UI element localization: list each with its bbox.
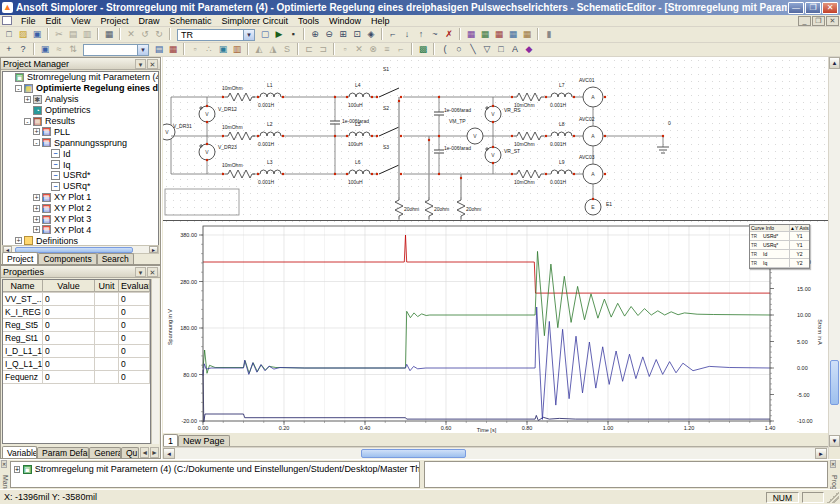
- deselect-button[interactable]: ▫: [338, 43, 352, 56]
- scroll-left-icon[interactable]: ◄: [163, 448, 175, 459]
- tab-scroll-right-icon[interactable]: ►: [150, 447, 159, 458]
- tree-item-xy-plot-1[interactable]: +▦XY Plot 1: [3, 192, 158, 203]
- table-row[interactable]: I_Q_L1_100: [3, 358, 150, 371]
- select-button[interactable]: +: [2, 43, 16, 56]
- tree-item-optimierte-regelung-eines-dreipha[interactable]: -▦Optimierte Regelung eines dreipha: [3, 83, 158, 94]
- child-minimize-button[interactable]: _: [798, 16, 811, 26]
- legend-row-usrq[interactable]: TRUSRq*Y1: [750, 241, 809, 250]
- properties-vertical-scrollbar[interactable]: [151, 279, 159, 444]
- delete-all-button[interactable]: ⊗: [366, 43, 380, 56]
- table-row[interactable]: K_I_REG00: [3, 306, 150, 319]
- tab-components[interactable]: Components: [38, 253, 96, 264]
- copy-button[interactable]: ▤: [66, 28, 80, 41]
- panel-menu-icon[interactable]: ▾: [135, 267, 146, 277]
- distribute-button[interactable]: ⌐: [394, 43, 408, 56]
- tree-item-analysis[interactable]: +✱Analysis: [3, 94, 158, 105]
- undo-button[interactable]: ↺: [138, 28, 152, 41]
- tree-item-results[interactable]: -▦Results: [3, 116, 158, 127]
- page-tab-1[interactable]: 1: [163, 434, 178, 446]
- properties-view-button[interactable]: ▮: [542, 28, 556, 41]
- macro-button[interactable]: ▩: [416, 43, 430, 56]
- report-window-button[interactable]: ▦: [464, 28, 478, 41]
- delete-selection-button[interactable]: ✕: [352, 43, 366, 56]
- legend-row-usrd[interactable]: TRUSRd*Y1: [750, 232, 809, 241]
- new-button[interactable]: □: [2, 28, 16, 41]
- table-row[interactable]: I_D_L1_100: [3, 345, 150, 358]
- push-down-button[interactable]: ↓: [400, 28, 414, 41]
- child-restore-button[interactable]: ❐: [812, 16, 825, 26]
- tree-item-definitions[interactable]: +Definitions: [3, 235, 158, 245]
- tree-item-pll[interactable]: +▦PLL: [3, 126, 158, 137]
- save-button[interactable]: ▣: [30, 28, 44, 41]
- menu-help[interactable]: Help: [366, 16, 395, 26]
- menu-window[interactable]: Window: [324, 16, 366, 26]
- mirror-horizontal-button[interactable]: ◮: [266, 43, 280, 56]
- tree-item-optimetrics[interactable]: ◔Optimetrics: [3, 105, 158, 116]
- chevron-down-icon[interactable]: ▼: [243, 30, 254, 40]
- scrollbar-thumb[interactable]: [361, 449, 466, 458]
- panel-menu-icon[interactable]: ▾: [135, 59, 146, 69]
- schematic-window-button[interactable]: ▦: [478, 28, 492, 41]
- scroll-right-icon[interactable]: ►: [815, 448, 827, 459]
- wire-mode-button[interactable]: ≈: [52, 43, 66, 56]
- bring-front-button[interactable]: ⊏: [302, 43, 316, 56]
- tree-item-xy-plot-3[interactable]: +▦XY Plot 3: [3, 214, 158, 225]
- rotate-button[interactable]: S: [280, 43, 294, 56]
- menu-simplorer-circuit[interactable]: Simplorer Circuit: [216, 16, 293, 26]
- table-row[interactable]: Fequenz00: [3, 371, 150, 384]
- expander-icon[interactable]: +: [33, 205, 40, 212]
- menu-file[interactable]: File: [16, 16, 41, 26]
- editor-vertical-scrollbar[interactable]: ▲ ▼: [828, 57, 840, 459]
- tab-qu[interactable]: Qu: [121, 447, 139, 458]
- menu-view[interactable]: View: [66, 16, 95, 26]
- tree-item-spannungssprung[interactable]: -▦Spannungssprung: [3, 137, 158, 148]
- pop-up-button[interactable]: ↑: [414, 28, 428, 41]
- tree-item-stromregelung-mit-parametern-4-[interactable]: ▣Stromregelung mit Parametern (4)*: [3, 72, 158, 83]
- expander-icon[interactable]: -: [15, 85, 22, 92]
- tab-scroll-left-icon[interactable]: ◄: [140, 447, 149, 458]
- draw-text-button[interactable]: A: [508, 43, 522, 56]
- draw-polygon-button[interactable]: ▽: [480, 43, 494, 56]
- editor-horizontal-scrollbar[interactable]: ◄ ►: [163, 447, 828, 459]
- tab-param-defaults[interactable]: Param Defaults: [37, 447, 89, 458]
- send-back-button[interactable]: ⊐: [316, 43, 330, 56]
- snap-corner-button[interactable]: ⌐: [386, 28, 400, 41]
- cut-button[interactable]: ✂: [52, 28, 66, 41]
- expander-icon[interactable]: +: [33, 128, 40, 135]
- page-setup-button[interactable]: ▤: [152, 43, 166, 56]
- table-row[interactable]: Reg_St500: [3, 319, 150, 332]
- expander-icon[interactable]: +: [33, 226, 40, 233]
- chevron-down-icon[interactable]: ▼: [137, 45, 148, 55]
- child-close-button[interactable]: ✕: [826, 16, 839, 26]
- solution-monitor-button[interactable]: ▢: [258, 28, 272, 41]
- minimize-button[interactable]: —: [788, 2, 804, 14]
- close-button[interactable]: ✕: [822, 2, 838, 14]
- draw-circle-button[interactable]: ○: [452, 43, 466, 56]
- import-model-button[interactable]: ▥: [230, 43, 244, 56]
- dock-close-icon[interactable]: ✕: [830, 460, 836, 468]
- tree-item-xy-plot-4[interactable]: +▦XY Plot 4: [3, 224, 158, 235]
- legend-row-iq[interactable]: TRIqY2: [750, 259, 809, 268]
- print-button[interactable]: ▦: [102, 28, 116, 41]
- notes-window-button[interactable]: ▦: [520, 28, 534, 41]
- tab-general[interactable]: General: [89, 447, 121, 458]
- scroll-up-icon[interactable]: ▲: [829, 57, 840, 69]
- overlay-window-button[interactable]: ▦: [492, 28, 506, 41]
- legend-row-id[interactable]: TRIdY2: [750, 250, 809, 259]
- panel-close-icon[interactable]: ✕: [147, 59, 158, 69]
- label-mode-button[interactable]: ⇅: [66, 43, 80, 56]
- expander-icon[interactable]: +: [33, 194, 40, 201]
- draw-arc-button[interactable]: (: [438, 43, 452, 56]
- table-row[interactable]: VV_ST_...00: [3, 293, 150, 306]
- align-button[interactable]: ≡: [380, 43, 394, 56]
- zoom-in-button[interactable]: ⊕: [308, 28, 322, 41]
- page-tab-new-page[interactable]: New Page: [178, 435, 230, 446]
- zoom-out-button[interactable]: ⊖: [322, 28, 336, 41]
- model-tool-button[interactable]: ▣: [216, 43, 230, 56]
- zoom-window-button[interactable]: ⊞: [336, 28, 350, 41]
- menu-schematic[interactable]: Schematic: [164, 16, 216, 26]
- connector-button[interactable]: ~: [428, 28, 442, 41]
- schematic-canvas[interactable]: VVVVVVAAAEV_DR31V_DR12V_DR2310mOhmL10.00…: [163, 57, 828, 222]
- active-mode-button[interactable]: ▣: [38, 43, 52, 56]
- simulation-type-select[interactable]: TR ▼: [177, 29, 255, 41]
